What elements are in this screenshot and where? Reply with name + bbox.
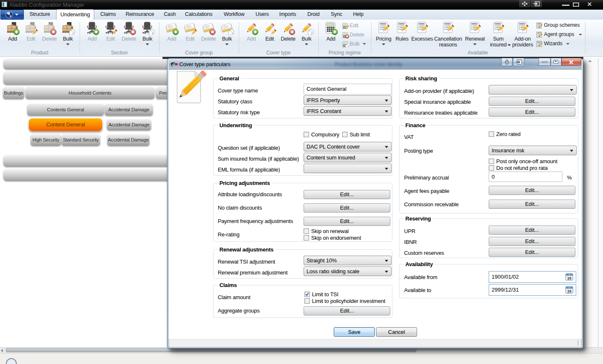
svg-text:15: 15	[567, 289, 571, 293]
svg-text:15: 15	[567, 276, 571, 280]
